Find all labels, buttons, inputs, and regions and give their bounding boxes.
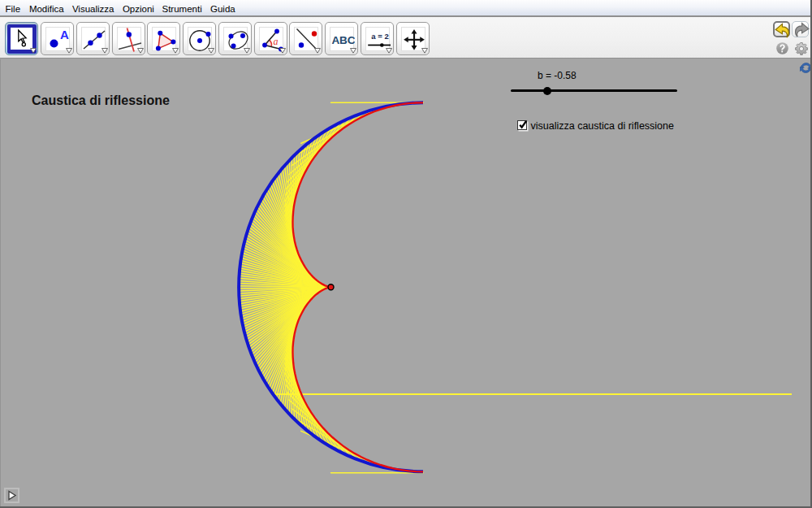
svg-text:a = 2: a = 2 [371, 32, 388, 41]
svg-text:a: a [273, 36, 278, 47]
svg-text:ABC: ABC [331, 34, 355, 46]
svg-text:A: A [60, 28, 69, 41]
